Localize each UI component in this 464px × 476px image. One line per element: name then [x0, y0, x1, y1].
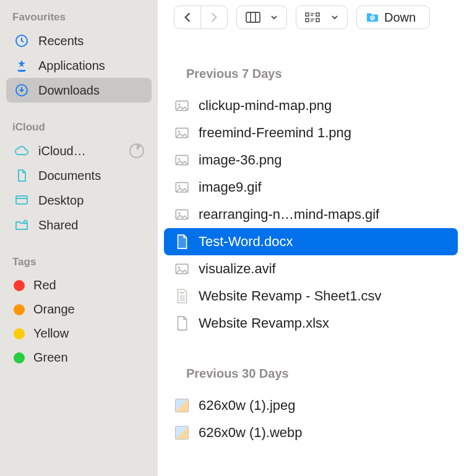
location-button[interactable]: Down — [356, 6, 430, 29]
file-row[interactable]: image9.gif — [164, 174, 458, 201]
group-header: Previous 30 Days — [158, 337, 464, 392]
sidebar-item-label: Recents — [38, 34, 84, 48]
svg-point-21 — [178, 266, 180, 268]
file-row[interactable]: freemind-Freemind 1.png — [164, 119, 458, 147]
section-title-tags: Tags — [6, 252, 152, 273]
svg-rect-5 — [306, 13, 309, 16]
file-name: clickup-mind-map.png — [199, 98, 332, 114]
file-row[interactable]: 626x0w (1).webp — [164, 419, 458, 446]
file-name: Test-Word.docx — [199, 234, 293, 250]
svg-point-15 — [178, 158, 180, 159]
back-button[interactable] — [174, 6, 200, 28]
file-row[interactable]: visualize.avif — [164, 255, 458, 283]
group-header: Previous 7 Days — [158, 37, 464, 92]
folder-icon — [366, 11, 379, 24]
svg-point-11 — [178, 103, 180, 105]
image-file-icon — [174, 179, 190, 195]
file-name: visualize.avif — [199, 261, 276, 277]
group-by-chevron — [330, 6, 347, 28]
image-file-icon — [174, 261, 190, 277]
location-label: Down — [384, 11, 421, 25]
svg-point-17 — [178, 185, 180, 187]
file-row[interactable]: csvWebsite Revamp - Sheet1.csv — [164, 283, 458, 310]
tag-dot-red — [14, 280, 25, 291]
sidebar-section-favourites: Favourites Recents Applications — [6, 7, 152, 103]
csv-file-icon: csv — [174, 288, 190, 304]
sidebar-item-label: Green — [33, 351, 68, 365]
sidebar-item-label: Shared — [38, 218, 79, 232]
forward-button[interactable] — [200, 6, 227, 28]
jpeg-file-icon — [174, 425, 190, 441]
shared-folder-icon — [14, 218, 30, 232]
sidebar-item-label: iCloud… — [38, 144, 86, 158]
sidebar-item-shared[interactable]: Shared — [6, 213, 152, 237]
section-title-icloud: iCloud — [6, 117, 152, 138]
sidebar-item-label: Red — [33, 278, 56, 292]
doc-file-icon — [174, 315, 190, 331]
doc-file-icon — [174, 234, 190, 250]
file-list: Previous 7 Daysclickup-mind-map.pngfreem… — [158, 37, 464, 476]
sidebar: Favourites Recents Applications — [0, 0, 158, 476]
sidebar-tag-green[interactable]: Green — [6, 346, 152, 370]
file-name: 626x0w (1).webp — [199, 425, 303, 441]
cloud-icon — [14, 143, 30, 158]
image-file-icon — [174, 125, 190, 141]
file-name: rearranging-n…mind-maps.gif — [199, 206, 379, 223]
file-row[interactable]: image-36.png — [164, 147, 458, 174]
file-row[interactable]: clickup-mind-map.png — [164, 92, 458, 119]
group-icon — [296, 6, 330, 28]
file-row[interactable]: Website Revamp.xlsx — [164, 310, 458, 337]
sidebar-item-icloud-drive[interactable]: iCloud… — [6, 138, 152, 163]
sidebar-item-label: Orange — [33, 302, 75, 317]
section-title-favourites: Favourites — [6, 7, 152, 28]
sidebar-item-applications[interactable]: Applications — [6, 53, 152, 78]
file-row[interactable]: 626x0w (1).jpeg — [164, 392, 458, 419]
location-content: Down — [357, 6, 429, 28]
sidebar-item-label: Downloads — [38, 83, 100, 98]
sidebar-tag-orange[interactable]: Orange — [6, 297, 152, 321]
sidebar-tag-red[interactable]: Red — [6, 273, 152, 297]
sidebar-item-label: Yellow — [33, 326, 69, 341]
main-pane: Down Previous 7 Daysclickup-mind-map.png… — [158, 0, 464, 476]
image-file-icon — [174, 206, 190, 223]
tag-dot-green — [14, 352, 25, 363]
sidebar-item-label: Applications — [38, 59, 105, 73]
clock-icon — [14, 33, 30, 48]
svg-point-19 — [178, 212, 180, 214]
file-name: freemind-Freemind 1.png — [199, 125, 351, 141]
group-by-button[interactable] — [296, 6, 348, 29]
sidebar-item-label: Documents — [38, 169, 101, 183]
sidebar-section-tags: Tags Red Orange Yellow Green — [6, 252, 152, 370]
tag-dot-orange — [14, 304, 25, 315]
sidebar-item-downloads[interactable]: Downloads — [6, 78, 152, 103]
sidebar-item-label: Desktop — [38, 193, 84, 208]
document-icon — [14, 168, 30, 183]
image-file-icon — [174, 98, 190, 114]
sidebar-tag-yellow[interactable]: Yellow — [6, 321, 152, 346]
download-icon — [14, 83, 30, 98]
icloud-progress-icon — [129, 143, 144, 158]
jpeg-file-icon — [174, 397, 190, 414]
file-row[interactable]: rearranging-n…mind-maps.gif — [164, 201, 458, 228]
sidebar-item-recents[interactable]: Recents — [6, 28, 152, 53]
icloud-drive-left: iCloud… — [14, 143, 86, 158]
svg-rect-2 — [16, 196, 27, 204]
file-name: Website Revamp.xlsx — [199, 315, 329, 331]
file-name: Website Revamp - Sheet1.csv — [199, 288, 382, 304]
sidebar-item-desktop[interactable]: Desktop — [6, 188, 152, 213]
svg-rect-4 — [246, 12, 260, 22]
file-name: 626x0w (1).jpeg — [199, 397, 296, 414]
svg-text:csv: csv — [179, 291, 184, 294]
view-mode-columns[interactable] — [236, 6, 287, 29]
applications-icon — [14, 58, 30, 73]
sidebar-item-documents[interactable]: Documents — [6, 163, 152, 188]
sidebar-section-icloud: iCloud iCloud… Documents — [6, 117, 152, 237]
file-name: image-36.png — [199, 152, 282, 168]
file-name: image9.gif — [199, 179, 262, 195]
svg-rect-8 — [316, 19, 319, 22]
columns-view-icon — [237, 6, 269, 28]
svg-rect-7 — [316, 13, 319, 16]
file-row[interactable]: Test-Word.docx — [164, 228, 458, 255]
tag-dot-yellow — [14, 328, 25, 339]
view-mode-chevron — [269, 6, 286, 28]
